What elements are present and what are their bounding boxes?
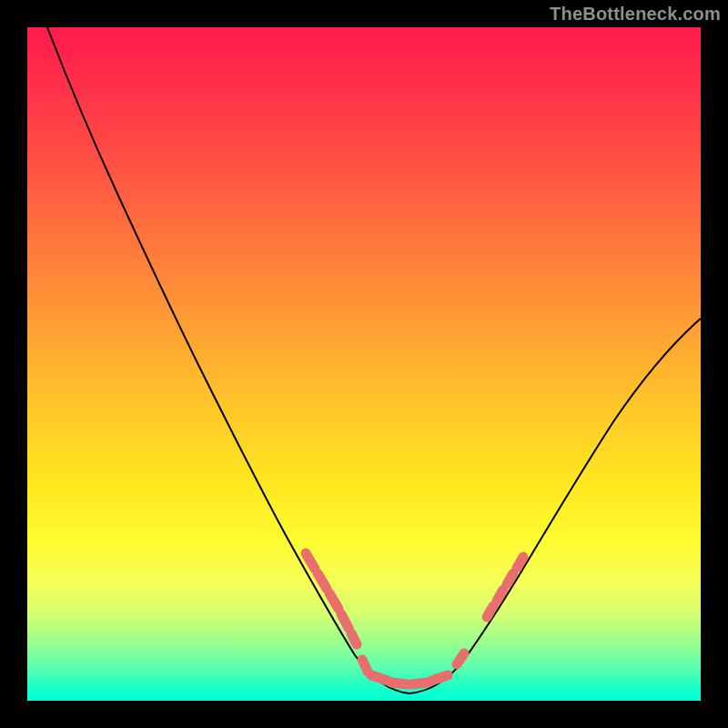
dash-seg [507,573,513,584]
dash-seg [318,573,327,589]
dash-seg [517,557,523,568]
dash-seg [391,682,408,684]
highlight-dashes [306,553,523,684]
plot-area [27,27,701,701]
watermark-text: TheBottleneck.com [550,4,721,25]
chart-frame: TheBottleneck.com [0,0,728,728]
dash-seg [487,606,493,617]
dash-seg [411,682,428,684]
dash-seg [371,675,388,681]
curve-layer [27,27,701,701]
dash-seg [341,614,349,628]
dash-seg [457,653,464,664]
bottleneck-curve [47,27,701,693]
dash-seg [329,593,339,609]
dash-seg [351,633,357,644]
dash-seg [497,590,503,601]
dash-seg [306,553,315,569]
dash-seg [362,660,368,672]
dash-seg [431,675,448,681]
